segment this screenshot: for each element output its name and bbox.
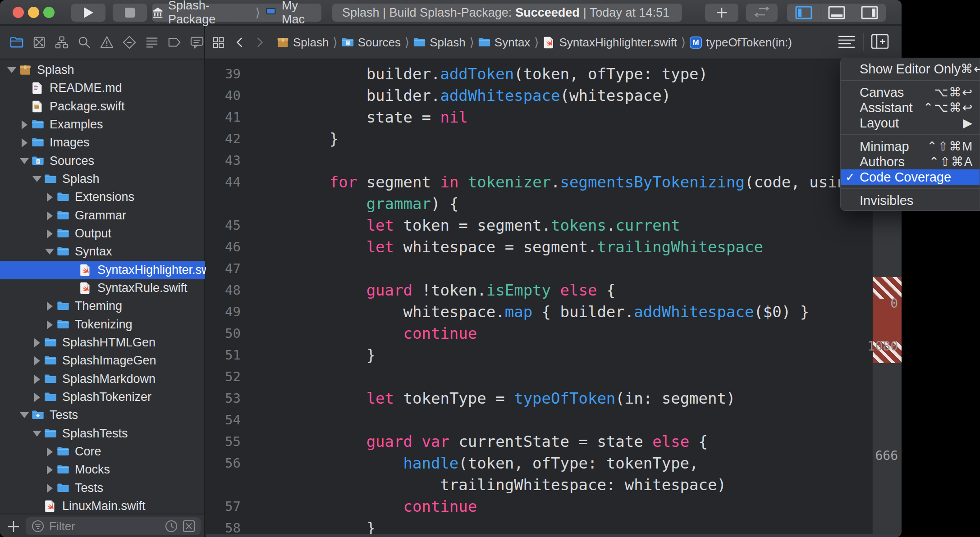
editor-options-button[interactable] [838,34,856,50]
disclosure-closed-icon[interactable] [32,338,42,347]
zoom-button[interactable] [43,7,55,18]
nav-tab-symbol-navigator[interactable] [55,36,69,49]
add-file-icon[interactable] [7,520,20,533]
menu-item-layout[interactable]: Layout▶ [841,115,980,131]
close-button[interactable] [13,7,24,18]
disclosure-open-icon[interactable] [6,67,17,73]
disclosure-open-icon[interactable] [44,249,55,255]
menu-item-invisibles[interactable]: Invisibles [841,193,980,208]
tree-group-images[interactable]: Images [0,133,205,152]
disclosure-closed-icon[interactable] [32,356,42,365]
disclosure-closed-icon[interactable] [44,320,55,329]
disclosure-open-icon[interactable] [19,158,30,164]
folder-icon [56,191,70,203]
nav-tab-breakpoint-navigator[interactable] [168,36,181,49]
tree-group-syntax[interactable]: Syntax [0,242,205,261]
tree-file-linuxmain-swift[interactable]: LinuxMain.swift [0,497,205,515]
tree-group-splash[interactable]: Splash [0,61,205,79]
nav-tab-project-navigator[interactable] [10,36,23,49]
line-number: 54 [206,412,241,428]
menu-item-minimap[interactable]: Minimap⌃⇧⌘M [841,139,980,154]
nav-tab-report-navigator[interactable] [190,36,204,49]
disclosure-closed-icon[interactable] [32,393,42,402]
jumpbar-item[interactable]: Sources [342,36,401,50]
tree-group-core[interactable]: Core [0,442,205,461]
scheme-destination-icon [265,7,277,18]
menu-item-authors[interactable]: Authors⌃⇧⌘A [841,154,980,169]
toggle-debug-panel[interactable] [820,4,853,22]
toggle-navigator-panel[interactable] [787,4,820,22]
recents-clock-icon[interactable] [165,519,178,533]
add-editor-button[interactable] [871,34,889,51]
disclosure-closed-icon[interactable] [32,375,42,384]
disclosure-closed-icon[interactable] [44,484,55,493]
debug-navigator-icon [145,36,159,49]
menu-item-code-coverage[interactable]: ✓ Code Coverage [841,169,980,185]
source-editor[interactable]: 39 builder.addToken(token, ofType: type)… [206,59,902,537]
nav-tab-find-navigator[interactable] [78,36,91,49]
menu-item-assistant[interactable]: Assistant⌃⌥⌘↩ [841,100,980,115]
tree-group-splashtests[interactable]: SplashTests [0,424,205,443]
disclosure-open-icon[interactable] [32,431,42,437]
jumpbar-item[interactable]: Splash [277,36,329,50]
disclosure-closed-icon[interactable] [44,465,55,474]
go-forward-button[interactable] [253,36,265,48]
editor-swap-button[interactable] [746,4,778,22]
tree-group-splashhtmlgen[interactable]: SplashHTMLGen [0,333,205,352]
scheme-selector[interactable]: Splash-Package ⟩ My Mac [152,4,321,22]
tree-group-tests[interactable]: Tests [0,479,205,497]
tree-group-splashimagegen[interactable]: SplashImageGen [0,351,205,370]
jumpbar-item[interactable]: Syntax [478,36,531,50]
disclosure-closed-icon[interactable] [44,211,55,220]
tree-group-splashtokenizer[interactable]: SplashTokenizer [0,388,205,406]
tree-group-tests[interactable]: Tests [0,406,205,424]
disclosure-closed-icon[interactable] [44,447,55,456]
tree-file-package-swift[interactable]: Package.swift [0,97,205,116]
disclosure-closed-icon[interactable] [19,138,30,147]
jumpbar-item[interactable]: MtypeOfToken(in:) [690,36,792,50]
library-button[interactable] [705,4,738,22]
folder-icon [43,173,58,185]
tree-file-syntaxrule-swift[interactable]: SyntaxRule.swift [0,279,205,297]
run-button[interactable] [71,4,105,22]
disclosure-closed-icon[interactable] [44,193,55,202]
jumpbar-item[interactable]: SyntaxHighlighter.swift [543,36,678,50]
tree-group-output[interactable]: Output [0,224,205,243]
tree-group-sources[interactable]: Sources [0,152,205,170]
tree-group-tokenizing[interactable]: Tokenizing [0,315,205,334]
disclosure-open-icon[interactable] [32,176,42,182]
nav-tab-debug-navigator[interactable] [145,36,159,49]
tree-group-splashmarkdown[interactable]: SplashMarkdown [0,370,205,388]
tree-group-grammar[interactable]: Grammar [0,206,205,225]
tree-group-examples[interactable]: Examples [0,115,205,134]
nav-tab-issue-navigator[interactable] [100,36,114,49]
folder-icon [56,209,70,222]
go-back-button[interactable] [234,36,246,48]
tree-file-syntaxhighlighter-swift[interactable]: SyntaxHighlighter.swift [0,261,205,279]
jumpbar-item[interactable]: Splash [413,36,466,50]
disclosure-closed-icon[interactable] [44,229,55,238]
filter-input[interactable]: Filter [26,517,201,535]
related-items-button[interactable] [212,36,224,49]
nav-tab-source-control-navigator[interactable] [32,36,46,49]
tree-group-mocks[interactable]: Mocks [0,460,205,479]
tree-file-readme-md[interactable]: README.md [0,79,205,97]
menu-item-canvas[interactable]: Canvas⌥⌘↩ [841,85,980,100]
disclosure-closed-icon[interactable] [44,302,55,311]
nav-tab-test-navigator[interactable] [123,36,136,49]
tree-group-splash[interactable]: Splash [0,170,205,188]
stop-button[interactable] [113,4,147,22]
tree-item-label: Extensions [75,190,134,204]
minimize-button[interactable] [28,7,39,18]
line-number: 55 [206,434,241,449]
menu-item-show-editor-only[interactable]: Show Editor Only⌘↩ [841,61,980,77]
tree-group-theming[interactable]: Theming [0,297,205,315]
toggle-inspector-panel[interactable] [853,4,886,22]
code-text: handle(token, ofType: tokenType, [256,454,699,472]
tree-group-extensions[interactable]: Extensions [0,188,205,206]
jump-bar[interactable]: Splash⟩Sources⟩Splash⟩Syntax⟩SyntaxHighl… [206,26,902,59]
disclosure-open-icon[interactable] [19,412,30,418]
disclosure-closed-icon[interactable] [19,120,30,129]
navigator-tab-bar [0,26,205,59]
source-control-filter-icon[interactable] [183,520,195,532]
